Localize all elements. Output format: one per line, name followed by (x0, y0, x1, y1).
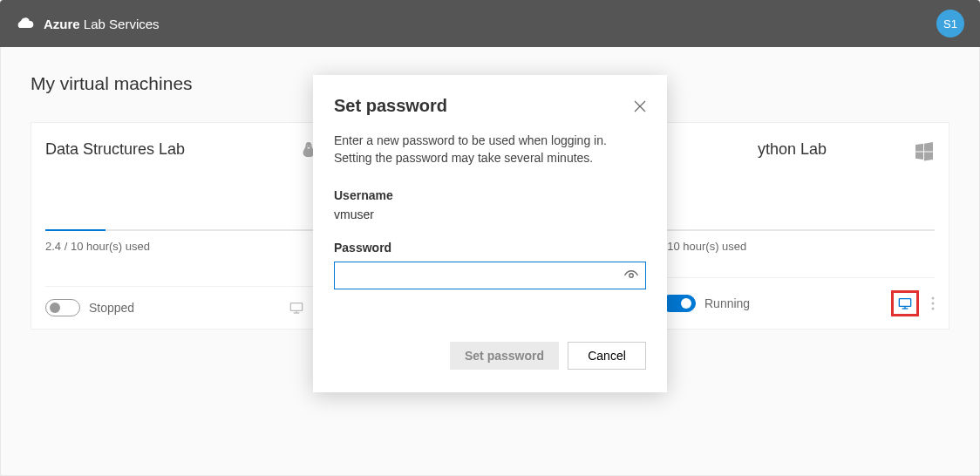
connect-icon[interactable] (289, 301, 303, 315)
avatar[interactable]: S1 (936, 10, 964, 37)
usage-text: 2.4 / 10 hour(s) used (45, 240, 319, 253)
svg-point-10 (932, 297, 935, 300)
svg-point-11 (932, 303, 935, 305)
password-label: Password (334, 241, 646, 255)
dialog-title: Set password (334, 96, 447, 116)
username-value: vmuser (334, 207, 646, 221)
username-label: Username (334, 188, 646, 202)
set-password-button[interactable]: Set password (450, 342, 559, 370)
reveal-password-icon[interactable] (623, 268, 639, 283)
svg-point-0 (19, 21, 24, 25)
connect-highlight (891, 290, 919, 316)
brand: Azure Lab Services (16, 15, 160, 32)
vm-title: Data Structures Lab (45, 140, 185, 159)
password-input[interactable] (334, 262, 646, 289)
power-toggle[interactable] (45, 299, 80, 316)
set-password-dialog: Set password Enter a new password to be … (313, 75, 667, 392)
dialog-description: Enter a new password to be used when log… (334, 132, 646, 167)
cloud-logo-icon (16, 15, 35, 32)
vm-card: Data Structures Lab 2.4 / 10 hour(s) use… (31, 122, 334, 330)
svg-rect-7 (899, 299, 910, 307)
close-icon[interactable] (634, 100, 646, 112)
vm-card: ython Lab / 10 hour(s) used Runnin (646, 122, 949, 330)
usage-progress (45, 229, 319, 231)
usage-text: / 10 hour(s) used (661, 240, 935, 253)
svg-rect-1 (290, 303, 302, 311)
brand-text: Azure Lab Services (44, 17, 160, 31)
vm-title: ython Lab (758, 140, 827, 159)
status-label: Stopped (89, 301, 134, 315)
more-icon[interactable] (931, 296, 935, 310)
usage-progress (661, 229, 935, 231)
cancel-button[interactable]: Cancel (568, 342, 646, 370)
status-label: Running (704, 296, 750, 310)
svg-point-12 (932, 308, 935, 310)
svg-point-15 (630, 273, 634, 277)
connect-icon[interactable] (898, 296, 912, 310)
app-header: Azure Lab Services S1 (0, 0, 980, 47)
windows-icon (914, 140, 935, 161)
